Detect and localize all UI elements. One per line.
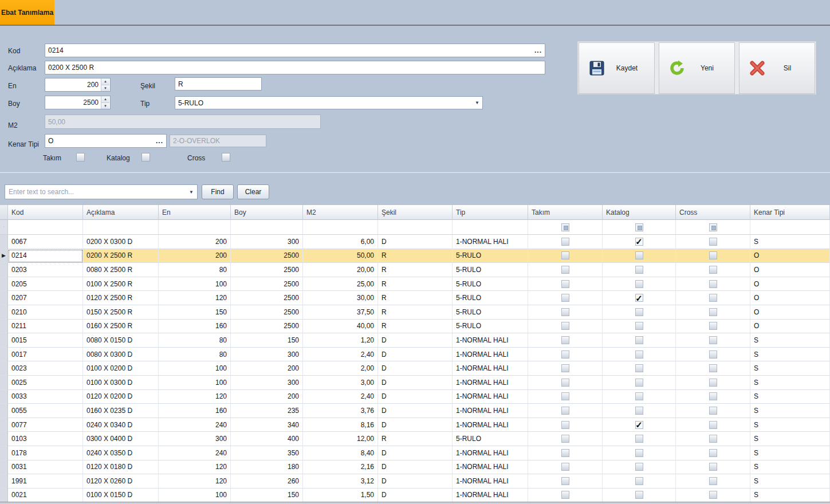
cross-row-checkbox[interactable]	[709, 435, 717, 443]
katalog-row-checkbox[interactable]	[635, 266, 643, 274]
grid-cell-boy[interactable]: 200	[231, 390, 303, 404]
table-row[interactable]: 00550160 X 0235 D1602353,76D1-NORMAL HAL…	[0, 404, 830, 418]
grid-cell-m2[interactable]: 50,00	[303, 249, 378, 263]
grid-cell-aciklama[interactable]: 0100 X 0150 D	[83, 489, 159, 503]
cross-row-checkbox[interactable]	[709, 238, 717, 246]
grid-cell-cross[interactable]	[676, 418, 750, 432]
takim-row-checkbox[interactable]	[561, 379, 569, 387]
filter-cell-boy[interactable]	[231, 220, 303, 235]
grid-cell-en[interactable]: 120	[159, 474, 231, 489]
grid-cell-takim[interactable]	[528, 333, 603, 348]
cross-row-checkbox[interactable]	[709, 294, 717, 302]
takim-row-checkbox[interactable]	[561, 336, 569, 344]
katalog-row-checkbox[interactable]	[635, 407, 643, 415]
grid-cell-en[interactable]: 100	[159, 489, 231, 503]
search-input[interactable]: Enter text to search... ▼	[5, 184, 198, 199]
grid-cell-sekil[interactable]: R	[378, 263, 453, 277]
table-row[interactable]: 00150080 X 0150 D801501,20D1-NORMAL HALI…	[0, 333, 830, 348]
grid-cell-aciklama[interactable]: 0080 X 2500 R	[83, 263, 159, 277]
grid-cell-en[interactable]: 160	[159, 320, 231, 334]
grid-cell-sekil[interactable]: R	[378, 277, 453, 292]
grid-cell-sekil[interactable]: D	[378, 489, 453, 503]
takim-row-checkbox[interactable]	[561, 251, 569, 259]
grid-cell-tip[interactable]: 1-NORMAL HALI	[453, 348, 528, 362]
grid-cell-boy[interactable]: 350	[231, 446, 303, 460]
grid-cell-boy[interactable]: 150	[231, 333, 303, 348]
table-row[interactable]: 02070120 X 2500 R120250030,00R5-RULO✓O	[0, 291, 830, 305]
grid-cell-katalog[interactable]	[603, 277, 676, 292]
grid-cell-boy[interactable]: 2500	[231, 291, 303, 305]
table-row[interactable]: 02110160 X 2500 R160250040,00R5-RULOO	[0, 320, 830, 334]
grid-cell-sekil[interactable]: D	[378, 404, 453, 418]
grid-cell-kod[interactable]: 0211	[8, 320, 83, 334]
grid-cell-katalog[interactable]: ✓	[603, 418, 676, 432]
grid-cell-tip[interactable]: 1-NORMAL HALI	[453, 418, 528, 432]
grid-cell-cross[interactable]	[676, 348, 750, 362]
kod-field[interactable]: 0214 ...	[45, 44, 545, 57]
grid-cell-boy[interactable]: 300	[231, 348, 303, 362]
boy-spinner[interactable]: ▲▼	[101, 96, 109, 109]
grid-cell-katalog[interactable]	[603, 249, 676, 263]
katalog-row-checkbox[interactable]: ✓	[635, 294, 643, 302]
filter-cell-m2[interactable]	[303, 220, 378, 235]
table-row[interactable]: 02030080 X 2500 R80250020,00R5-RULOO	[0, 263, 830, 277]
grid-cell-takim[interactable]	[528, 263, 603, 277]
katalog-row-checkbox[interactable]	[635, 308, 643, 316]
grid-cell-en[interactable]: 100	[159, 376, 231, 390]
grid-cell-sekil[interactable]: R	[378, 305, 453, 320]
grid-cell-aciklama[interactable]: 0100 X 0200 D	[83, 361, 159, 376]
takim-row-checkbox[interactable]	[561, 308, 569, 316]
grid-cell-tip[interactable]: 1-NORMAL HALI	[453, 235, 528, 249]
table-row[interactable]: 00230100 X 0200 D1002002,00D1-NORMAL HAL…	[0, 361, 830, 376]
grid-cell-en[interactable]: 200	[159, 235, 231, 249]
column-header-en[interactable]: En	[159, 205, 231, 220]
grid-cell-boy[interactable]: 300	[231, 235, 303, 249]
grid-cell-kod[interactable]: 0077	[8, 418, 83, 432]
grid-cell-tip[interactable]: 1-NORMAL HALI	[453, 404, 528, 418]
grid-cell-tip[interactable]: 5-RULO	[453, 320, 528, 334]
katalog-row-checkbox[interactable]	[635, 251, 643, 259]
takim-row-checkbox[interactable]	[561, 266, 569, 274]
katalog-row-checkbox[interactable]	[635, 322, 643, 330]
grid-cell-kod[interactable]: 0178	[8, 446, 83, 460]
takim-checkbox[interactable]	[76, 153, 85, 162]
grid-cell-aciklama[interactable]: 0240 X 0340 D	[83, 418, 159, 432]
takim-filter-checkbox[interactable]	[561, 223, 569, 231]
kenar-tipi-field[interactable]: O ...	[45, 134, 167, 148]
grid-cell-cross[interactable]	[676, 474, 750, 489]
grid-filter-row[interactable]	[0, 220, 830, 235]
en-spinner[interactable]: ▲▼	[101, 78, 109, 91]
grid-cell-boy[interactable]: 180	[231, 460, 303, 475]
grid-cell-kod[interactable]: 0103	[8, 432, 83, 446]
grid-cell-kod[interactable]: 0015	[8, 333, 83, 348]
grid-cell-tip[interactable]: 1-NORMAL HALI	[453, 489, 528, 503]
grid-cell-aciklama[interactable]: 0080 X 0300 D	[83, 348, 159, 362]
cross-row-checkbox[interactable]	[709, 266, 717, 274]
grid-cell-sekil[interactable]: D	[378, 390, 453, 404]
table-row[interactable]: ▶02140200 X 2500 R200250050,00R5-RULOO	[0, 249, 830, 263]
grid-cell-katalog[interactable]: ✓	[603, 235, 676, 249]
clear-button[interactable]: Clear	[237, 184, 269, 199]
grid-cell-katalog[interactable]	[603, 320, 676, 334]
grid-cell-m2[interactable]: 2,40	[303, 390, 378, 404]
grid-cell-boy[interactable]: 235	[231, 404, 303, 418]
filter-cell-en[interactable]	[159, 220, 231, 235]
cross-row-checkbox[interactable]	[709, 491, 717, 499]
cross-row-checkbox[interactable]	[709, 251, 717, 259]
grid-cell-m2[interactable]: 2,40	[303, 348, 378, 362]
grid-cell-katalog[interactable]	[603, 432, 676, 446]
grid-cell-sekil[interactable]: D	[378, 348, 453, 362]
takim-row-checkbox[interactable]	[561, 364, 569, 372]
grid-cell-sekil[interactable]: D	[378, 446, 453, 460]
grid-cell-katalog[interactable]	[603, 460, 676, 475]
grid-cell-cross[interactable]	[676, 361, 750, 376]
grid-cell-tip[interactable]: 1-NORMAL HALI	[453, 474, 528, 489]
grid-cell-cross[interactable]	[676, 404, 750, 418]
grid-cell-kod[interactable]: 0021	[8, 489, 83, 503]
grid-cell-m2[interactable]: 6,00	[303, 235, 378, 249]
grid-cell-kod[interactable]: 0023	[8, 361, 83, 376]
grid-cell-en[interactable]: 120	[159, 291, 231, 305]
grid-cell-en[interactable]: 100	[159, 277, 231, 292]
grid-cell-kod[interactable]: 0203	[8, 263, 83, 277]
grid-cell-m2[interactable]: 20,00	[303, 263, 378, 277]
